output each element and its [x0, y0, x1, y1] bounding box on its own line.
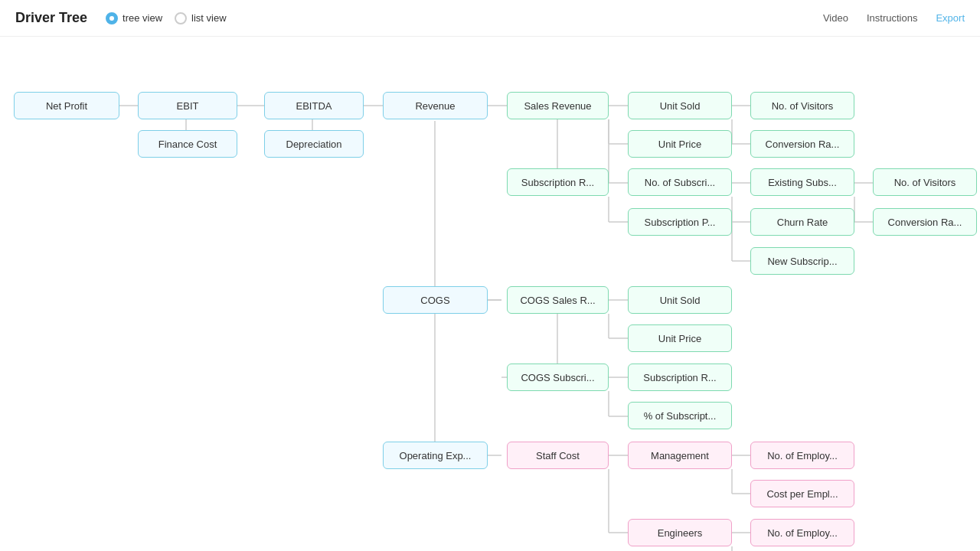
- export-button[interactable]: Export: [936, 12, 965, 24]
- node-ebit[interactable]: EBIT: [138, 92, 237, 119]
- node-staff-cost[interactable]: Staff Cost: [507, 442, 609, 469]
- node-management[interactable]: Management: [628, 442, 732, 469]
- node-ebitda[interactable]: EBITDA: [264, 92, 364, 119]
- node-no-of-employ-1[interactable]: No. of Employ...: [750, 442, 854, 469]
- node-net-profit[interactable]: Net Profit: [14, 92, 119, 119]
- node-subscription-r-1[interactable]: Subscription R...: [507, 168, 609, 196]
- node-existing-subs[interactable]: Existing Subs...: [750, 168, 854, 196]
- page-title: Driver Tree: [15, 10, 87, 26]
- node-cogs-subscri[interactable]: COGS Subscri...: [507, 364, 609, 391]
- node-no-of-visitors-2[interactable]: No. of Visitors: [873, 168, 977, 196]
- node-no-of-subscri-1[interactable]: No. of Subscri...: [628, 168, 732, 196]
- node-engineers[interactable]: Engineers: [628, 519, 732, 546]
- header-actions: Video Instructions Export: [823, 12, 965, 24]
- node-revenue[interactable]: Revenue: [383, 92, 488, 119]
- node-cogs[interactable]: COGS: [383, 286, 488, 314]
- node-unit-sold-1[interactable]: Unit Sold: [628, 92, 732, 119]
- tree-view-radio[interactable]: [106, 12, 118, 24]
- node-conversion-ra-2[interactable]: Conversion Ra...: [873, 208, 977, 236]
- node-conversion-ra-1[interactable]: Conversion Ra...: [750, 130, 854, 158]
- node-cost-per-empl-1[interactable]: Cost per Empl...: [750, 480, 854, 507]
- node-sales-revenue[interactable]: Sales Revenue: [507, 92, 609, 119]
- node-subscription-p-1[interactable]: Subscription P...: [628, 208, 732, 236]
- node-unit-price-1[interactable]: Unit Price: [628, 130, 732, 158]
- node-unit-price-2[interactable]: Unit Price: [628, 324, 732, 352]
- node-no-of-visitors-1[interactable]: No. of Visitors: [750, 92, 854, 119]
- tree-view-label: tree view: [122, 12, 162, 24]
- view-toggle: tree view list view: [106, 12, 227, 24]
- list-view-radio[interactable]: [175, 12, 187, 24]
- node-operating-exp[interactable]: Operating Exp...: [383, 442, 488, 469]
- list-view-option[interactable]: list view: [175, 12, 227, 24]
- node-subscription-r-2[interactable]: Subscription R...: [628, 364, 732, 391]
- node-no-of-employ-2[interactable]: No. of Employ...: [750, 519, 854, 546]
- node-churn-rate[interactable]: Churn Rate: [750, 208, 854, 236]
- list-view-label: list view: [191, 12, 227, 24]
- node-new-subscrip[interactable]: New Subscrip...: [750, 247, 854, 275]
- video-button[interactable]: Video: [823, 12, 848, 24]
- node-depreciation[interactable]: Depreciation: [264, 130, 364, 158]
- canvas: Net Profit EBIT Finance Cost EBITDA Depr…: [0, 37, 980, 551]
- tree-view-option[interactable]: tree view: [106, 12, 162, 24]
- node-cogs-sales-r[interactable]: COGS Sales R...: [507, 286, 609, 314]
- node-pct-subscript[interactable]: % of Subscript...: [628, 402, 732, 429]
- instructions-button[interactable]: Instructions: [867, 12, 917, 24]
- header: Driver Tree tree view list view Video In…: [0, 0, 980, 37]
- node-unit-sold-2[interactable]: Unit Sold: [628, 286, 732, 314]
- node-finance-cost[interactable]: Finance Cost: [138, 130, 237, 158]
